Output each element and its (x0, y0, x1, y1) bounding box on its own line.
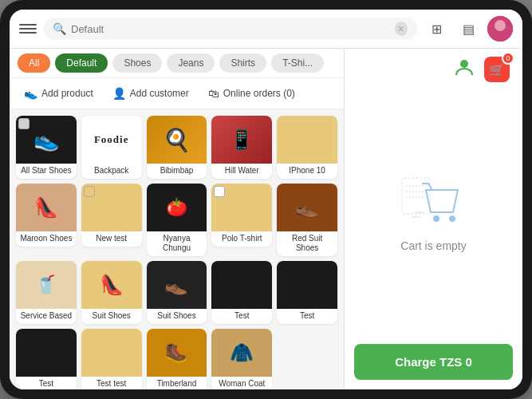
cat-tshirts[interactable]: T-Shi... (271, 53, 324, 73)
list-item[interactable]: 🍅 Nyanya Chungu (147, 184, 207, 256)
add-customer-icon: 👤 (112, 87, 126, 100)
add-customer-label: Add customer (130, 88, 189, 99)
list-item[interactable]: 👞 Red Suit Shoes (277, 184, 337, 256)
left-panel: All Default Shoes Jeans Shirts T-Shi... … (10, 49, 345, 389)
right-top-bar: 🛒 0 (345, 49, 522, 82)
svg-point-3 (460, 60, 468, 68)
online-orders-button[interactable]: 🛍 Online orders (0) (202, 84, 301, 103)
category-tabs: All Default Shoes Jeans Shirts T-Shi... (10, 49, 344, 78)
avatar[interactable] (487, 16, 513, 41)
online-orders-label: Online orders (0) (223, 88, 295, 99)
cart-empty-label: Cart is empty (400, 239, 466, 252)
list-item[interactable]: 👞 Suit Shoes (147, 261, 207, 324)
list-item[interactable]: Polo T-shirt (211, 184, 272, 256)
cat-shirts[interactable]: Shirts (219, 53, 266, 73)
hamburger-icon[interactable] (19, 24, 37, 34)
search-icon: 🔍 (53, 22, 66, 35)
list-item[interactable]: 🧥 Woman Coat (211, 329, 272, 389)
add-product-label: Add product (41, 88, 93, 99)
list-item[interactable]: Test test (81, 329, 142, 389)
list-item[interactable]: New test (81, 184, 142, 256)
svg-point-1 (495, 20, 506, 31)
list-item[interactable]: 👠 Maroon Shoes (16, 184, 77, 256)
svg-point-9 (449, 215, 455, 222)
list-view-icon[interactable]: ⊞ (424, 16, 449, 41)
list-item[interactable]: Test (277, 261, 337, 324)
add-product-icon: 👟 (24, 87, 37, 100)
add-product-button[interactable]: 👟 Add product (18, 84, 100, 103)
list-item[interactable]: 📱 Hill Water (211, 116, 272, 179)
online-orders-icon: 🛍 (208, 87, 219, 100)
list-item[interactable]: Test (16, 329, 77, 389)
user-account-icon[interactable] (454, 57, 475, 82)
add-customer-button[interactable]: 👤 Add customer (106, 84, 195, 103)
charge-button[interactable]: Charge TZS 0 (354, 344, 513, 380)
action-bar: 👟 Add product 👤 Add customer 🛍 Online or… (10, 78, 344, 109)
list-item[interactable]: 👠 Suit Shoes (81, 261, 142, 324)
cat-jeans[interactable]: Jeans (167, 53, 215, 73)
main-content: All Default Shoes Jeans Shirts T-Shi... … (10, 49, 522, 389)
cat-default[interactable]: Default (55, 53, 108, 73)
cart-count-badge: 0 (502, 52, 514, 65)
cat-all[interactable]: All (18, 53, 50, 73)
close-icon[interactable]: ✕ (395, 22, 408, 36)
list-item[interactable]: Foodie Backpack (81, 116, 142, 179)
list-item[interactable]: 👟 All Star Shoes (16, 116, 77, 179)
list-item[interactable]: 🍳 Bibimbap (147, 116, 207, 179)
cat-shoes[interactable]: Shoes (112, 53, 162, 73)
list-item[interactable]: Test (211, 261, 272, 324)
search-bar: 🔍 ✕ (43, 18, 417, 40)
header-icons: ⊞ ▤ (424, 16, 513, 41)
right-panel: 🛒 0 (345, 49, 522, 389)
cart-badge-wrap: 🛒 0 (484, 57, 510, 82)
search-input[interactable] (71, 23, 390, 35)
list-item[interactable]: 🥾 Timberland Boo... (147, 329, 207, 389)
products-grid: 👟 All Star Shoes Foodie Backpack (10, 109, 344, 389)
list-item[interactable]: IPhone 10 (277, 116, 337, 179)
header: 🔍 ✕ ⊞ ▤ (10, 10, 522, 49)
cart-illustration (398, 174, 470, 230)
cart-empty-area: Cart is empty (345, 82, 522, 344)
svg-point-8 (433, 215, 439, 222)
list-item[interactable]: 🥤 Service Based (16, 261, 77, 324)
barcode-icon[interactable]: ▤ (455, 16, 481, 41)
